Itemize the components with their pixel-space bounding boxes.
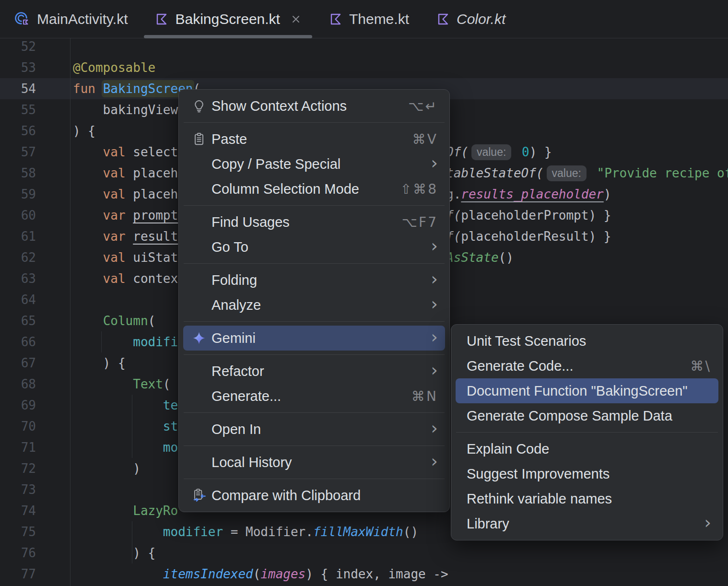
menu-item-show-context-actions[interactable]: Show Context Actions⌥↵ [183, 94, 445, 118]
menu-item-analyze[interactable]: Analyze› [183, 293, 445, 317]
shortcut-hint: ⌥↵ [408, 98, 438, 114]
code-token: var [73, 208, 133, 223]
code-text: var result [73, 226, 178, 247]
menu-item-folding[interactable]: Folding› [183, 268, 445, 293]
menu-item-refactor[interactable]: Refactor› [183, 359, 445, 384]
line-number[interactable]: 56 [0, 120, 36, 141]
menu-item-rethink-variable-names[interactable]: Rethink variable names [456, 486, 718, 511]
code-token: fillMaxWidth [313, 525, 403, 539]
menu-item-open-in[interactable]: Open In› [183, 417, 445, 442]
code-line-77[interactable]: 77 itemsIndexed(images) { index, image -… [0, 563, 728, 585]
code-token: mo [73, 440, 178, 455]
code-text: Text( [73, 374, 171, 395]
code-text: ) { [73, 120, 95, 141]
code-token: ) { [73, 124, 95, 138]
line-number[interactable]: 73 [0, 479, 36, 500]
code-text-right: f(placeholderPrompt) } [446, 205, 611, 226]
code-line-76[interactable]: 76 ) { [0, 542, 728, 563]
line-number[interactable]: 61 [0, 226, 36, 247]
menu-item-local-history[interactable]: Local History› [183, 450, 445, 475]
line-number[interactable]: 59 [0, 184, 36, 205]
code-token: ) [73, 461, 141, 476]
code-token: ) { index, image -> [305, 567, 448, 581]
menu-item-generate-code[interactable]: Generate Code...⌘\ [456, 353, 718, 378]
submenu-arrow-icon: › [431, 328, 438, 346]
menu-item-gemini[interactable]: Gemini› [183, 326, 445, 351]
line-number[interactable]: 66 [0, 331, 36, 352]
code-token: te [73, 398, 178, 412]
line-number[interactable]: 77 [0, 563, 36, 585]
menu-item-find-usages[interactable]: Find Usages⌥F7 [183, 210, 445, 234]
code-token: ( [163, 377, 171, 391]
line-number[interactable]: 53 [0, 57, 36, 78]
line-number[interactable]: 68 [0, 374, 36, 395]
line-number[interactable]: 75 [0, 521, 36, 542]
code-text-right: Of(value: 0) } [446, 141, 552, 163]
close-icon[interactable] [290, 13, 302, 25]
line-number[interactable]: 76 [0, 542, 36, 563]
line-number[interactable]: 71 [0, 437, 36, 458]
menu-separator [184, 354, 445, 355]
tab-mainactivity-kt[interactable]: MainActivity.kt [0, 0, 141, 38]
line-number[interactable]: 62 [0, 247, 36, 268]
line-number[interactable]: 55 [0, 99, 36, 120]
menu-item-label: Show Context Actions [211, 98, 347, 114]
code-text: val placeh [73, 163, 178, 184]
line-number[interactable]: 60 [0, 205, 36, 226]
menu-item-label: Document Function "BakingScreen" [467, 383, 688, 399]
line-number[interactable]: 65 [0, 310, 36, 331]
line-number[interactable]: 64 [0, 289, 36, 310]
menu-item-label: Find Usages [211, 214, 290, 230]
menu-item-label: Unit Test Scenarios [467, 333, 586, 349]
lightbulb-icon [192, 99, 206, 113]
line-number[interactable]: 74 [0, 500, 36, 521]
line-number[interactable]: 52 [0, 36, 36, 57]
menu-item-generate[interactable]: Generate...⌘N [183, 384, 445, 409]
gemini-submenu: Unit Test ScenariosGenerate Code...⌘\Doc… [451, 324, 723, 540]
code-token: ) } [588, 229, 611, 244]
tab-bakingscreen-kt[interactable]: BakingScreen.kt [141, 0, 315, 38]
line-number[interactable]: 72 [0, 458, 36, 479]
code-text: Column( [73, 310, 155, 331]
menu-item-label: Column Selection Mode [211, 181, 359, 197]
code-text: modifier = Modifier.fillMaxWidth() [73, 521, 418, 542]
menu-item-unit-test-scenarios[interactable]: Unit Test Scenarios [456, 328, 718, 353]
code-text-right: g.results_placeholder) [446, 184, 611, 205]
menu-item-document-function-bakingscreen[interactable]: Document Function "BakingScreen" [456, 378, 718, 403]
tab-color-kt[interactable]: Color.kt [423, 0, 519, 38]
line-number[interactable]: 54 [0, 78, 36, 99]
submenu-arrow-icon: › [431, 270, 438, 288]
menu-item-column-selection-mode[interactable]: Column Selection Mode⇧⌘8 [183, 176, 445, 201]
submenu-arrow-icon: › [431, 362, 438, 379]
line-number[interactable]: 69 [0, 395, 36, 416]
menu-item-paste[interactable]: Paste⌘V [183, 127, 445, 152]
parameter-hint-chip: value: [547, 165, 587, 181]
line-number[interactable]: 63 [0, 268, 36, 289]
menu-separator [184, 205, 445, 206]
menu-item-generate-compose-sample-data[interactable]: Generate Compose Sample Data [456, 403, 718, 428]
submenu-arrow-icon: › [431, 453, 438, 470]
menu-item-suggest-improvements[interactable]: Suggest Improvements [456, 461, 718, 486]
menu-item-go-to[interactable]: Go To› [183, 234, 445, 259]
line-number[interactable]: 58 [0, 163, 36, 184]
menu-item-label: Go To [211, 239, 248, 255]
menu-item-explain-code[interactable]: Explain Code [456, 436, 718, 461]
indent-guide [132, 395, 132, 458]
code-token: ( [253, 567, 261, 581]
tab-theme-kt[interactable]: Theme.kt [315, 0, 423, 38]
shortcut-hint: ⌘N [411, 388, 438, 404]
code-line-53[interactable]: 53@Composable [0, 57, 728, 78]
line-number[interactable]: 70 [0, 416, 36, 437]
menu-item-library[interactable]: Library› [456, 511, 718, 536]
code-line-52[interactable]: 52 [0, 36, 728, 57]
line-number[interactable]: 67 [0, 352, 36, 374]
code-token: val [73, 271, 133, 286]
shortcut-hint: ⇧⌘8 [400, 181, 438, 197]
code-text: LazyRo [73, 500, 178, 521]
code-token: () [499, 250, 514, 265]
menu-item-compare-with-clipboard[interactable]: Compare with Clipboard [183, 483, 445, 508]
line-number[interactable]: 57 [0, 141, 36, 163]
editor-tab-bar: MainActivity.kt BakingScreen.kt Theme.kt [0, 0, 728, 38]
code-text: val uiStat [73, 247, 178, 268]
menu-item-copy-paste-special[interactable]: Copy / Paste Special› [183, 152, 445, 176]
